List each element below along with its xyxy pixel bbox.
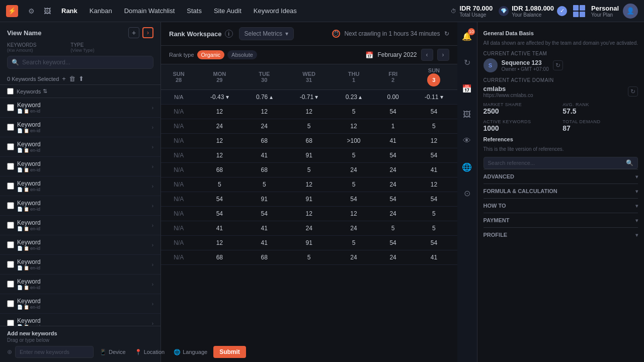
grid-icon[interactable] bbox=[573, 5, 585, 17]
prev-date-button[interactable]: ‹ bbox=[421, 49, 433, 61]
delete-selection-icon[interactable]: 🗑 bbox=[69, 75, 75, 82]
kw-checkbox-9[interactable] bbox=[7, 261, 14, 268]
keyword-row-5[interactable]: Keyword 📄📋en-id › bbox=[0, 176, 160, 196]
right-sidebar: 🔔 10 ↻ 📅 🖼 👁 🌐 ⊙ General Data Basis All … bbox=[457, 22, 644, 362]
kw-arrow-12[interactable]: › bbox=[152, 321, 153, 326]
keyword-row-3[interactable]: Keyword 📄📋en-id › bbox=[0, 137, 160, 157]
kw-name-12: Keyword 📄📋en-id bbox=[17, 317, 149, 326]
keyword-search-bar[interactable]: 🔍 bbox=[7, 56, 153, 69]
reference-search-input[interactable] bbox=[488, 160, 623, 166]
kw-tag-7: 📄📋en-id bbox=[17, 226, 149, 231]
howto-collapsible[interactable]: HOW TO ▾ bbox=[484, 198, 638, 213]
payment-collapsible[interactable]: PAYMENT ▾ bbox=[484, 213, 638, 227]
nav-kanban[interactable]: Kanban bbox=[85, 5, 117, 17]
kw-checkbox-4[interactable] bbox=[7, 163, 14, 170]
kw-checkbox-6[interactable] bbox=[7, 202, 14, 209]
nav-keyword-ideas[interactable]: Keyword Ideas bbox=[249, 5, 302, 17]
formula-chevron: ▾ bbox=[635, 189, 638, 194]
kw-checkbox-7[interactable] bbox=[7, 222, 14, 229]
kw-arrow-11[interactable]: › bbox=[152, 301, 153, 307]
nav-site-audit[interactable]: Site Audit bbox=[209, 5, 247, 17]
profile-collapsible[interactable]: PROFILE ▾ bbox=[484, 227, 638, 242]
current-team-label: CURRENT ACTIVE TEAM bbox=[484, 51, 638, 56]
chevron-down-icon: ▾ bbox=[285, 30, 288, 37]
balance-group: ⏱ IDR 70.000 Total Usage 💎 IDR 1.080.000… bbox=[451, 4, 638, 19]
domain-refresh-button[interactable]: ↻ bbox=[628, 86, 638, 97]
kw-checkbox-10[interactable] bbox=[7, 281, 14, 288]
calendar-right-icon[interactable]: 📅 bbox=[458, 79, 476, 98]
keyword-row-10[interactable]: Keyword 📄📋en-id › bbox=[0, 275, 160, 294]
advanced-collapsible[interactable]: ADVANCED ▾ bbox=[484, 169, 638, 184]
kw-checkbox-12[interactable] bbox=[7, 320, 14, 326]
keyword-row-7[interactable]: Keyword 📄📋en-id › bbox=[0, 216, 160, 235]
keyword-row-11[interactable]: Keyword 📄📋en-id › bbox=[0, 294, 160, 314]
add-selection-icon[interactable]: + bbox=[62, 75, 66, 82]
formula-collapsible[interactable]: FORMULA & CALCULATION ▾ bbox=[484, 184, 638, 198]
next-date-button[interactable]: › bbox=[437, 49, 449, 61]
add-view-button[interactable]: + bbox=[128, 27, 139, 38]
nav-rank[interactable]: Rank bbox=[56, 5, 83, 17]
organic-pill[interactable]: Organic bbox=[197, 50, 225, 59]
kw-checkbox-1[interactable] bbox=[7, 104, 14, 111]
keyword-row-1[interactable]: Keyword 📄📋en-id › bbox=[0, 98, 160, 118]
sort-icon[interactable]: ⇅ bbox=[43, 88, 47, 95]
kw-arrow-2[interactable]: › bbox=[152, 125, 153, 130]
kw-tag-2: 📄📋en-id bbox=[17, 128, 149, 133]
kw-arrow-4[interactable]: › bbox=[152, 164, 153, 169]
keyword-row-8[interactable]: Keyword 📄📋en-id › bbox=[0, 235, 160, 255]
payment-chevron: ▾ bbox=[635, 218, 638, 223]
select-metrics-button[interactable]: Select Metrics ▾ bbox=[239, 27, 294, 40]
add-keywords-bar: Add new keywords Drag or type below ⊕ 📱 … bbox=[0, 326, 160, 362]
keyword-row-9[interactable]: Keyword 📄📋en-id › bbox=[0, 255, 160, 275]
team-refresh-button[interactable]: ↻ bbox=[553, 60, 563, 70]
nav-stats[interactable]: Stats bbox=[182, 5, 207, 17]
kw-checkbox-3[interactable] bbox=[7, 143, 14, 150]
kw-arrow-6[interactable]: › bbox=[152, 203, 153, 209]
keyword-row-2[interactable]: Keyword 📄📋en-id › bbox=[0, 118, 160, 137]
reference-search[interactable]: 🔍 bbox=[484, 157, 638, 169]
delta-4: 0.23 ▴ bbox=[332, 90, 375, 105]
kw-checkbox-11[interactable] bbox=[7, 300, 14, 307]
absolute-pill[interactable]: Absolute bbox=[227, 50, 257, 59]
globe-right-icon[interactable]: 🌐 bbox=[458, 158, 476, 176]
image-right-icon[interactable]: 🖼 bbox=[458, 106, 476, 124]
diamond-icon: 💎 bbox=[499, 6, 509, 16]
select-all-checkbox[interactable] bbox=[7, 88, 14, 95]
right-panel-icons: 🔔 10 ↻ 📅 🖼 👁 🌐 ⊙ bbox=[457, 22, 477, 362]
kw-tag-5: 📄📋en-id bbox=[17, 187, 149, 192]
kw-checkbox-5[interactable] bbox=[7, 183, 14, 190]
kw-arrow-9[interactable]: › bbox=[152, 262, 153, 267]
refresh-crawling-icon[interactable]: ↻ bbox=[444, 30, 449, 37]
kw-name-8: Keyword 📄📋en-id bbox=[17, 239, 149, 251]
device-button[interactable]: 📱 Device bbox=[97, 347, 129, 357]
logo-icon[interactable]: ⚡ bbox=[6, 5, 18, 17]
expand-button[interactable]: › bbox=[142, 27, 153, 38]
selected-bar: 0 Keywords Selected + 🗑 ⬆ bbox=[0, 73, 160, 85]
bell-icon[interactable]: 🔔 10 bbox=[458, 27, 476, 45]
kw-arrow-8[interactable]: › bbox=[152, 242, 153, 248]
keywords-column-header: Keywords ⇅ bbox=[17, 88, 153, 95]
keyword-row-6[interactable]: Keyword 📄📋en-id › bbox=[0, 196, 160, 216]
kw-arrow-5[interactable]: › bbox=[152, 184, 153, 189]
sync-icon[interactable]: ↻ bbox=[458, 53, 476, 71]
team-name: Sequence 123 bbox=[502, 59, 549, 66]
th-day-5: THU1 bbox=[332, 64, 375, 90]
settings-icon[interactable]: ⚙ bbox=[24, 4, 38, 18]
info-icon[interactable]: i bbox=[225, 30, 233, 38]
keyword-row-12[interactable]: Keyword 📄📋en-id › bbox=[0, 314, 160, 326]
nav-domain-watchlist[interactable]: Domain Watchlist bbox=[119, 5, 180, 17]
user-avatar[interactable]: 👤 bbox=[623, 4, 638, 19]
export-selection-icon[interactable]: ⬆ bbox=[78, 75, 84, 82]
kw-checkbox-2[interactable] bbox=[7, 124, 14, 131]
new-keyword-input[interactable] bbox=[15, 346, 94, 358]
search-input[interactable] bbox=[22, 59, 149, 66]
kw-arrow-3[interactable]: › bbox=[152, 144, 153, 150]
kw-arrow-10[interactable]: › bbox=[152, 282, 153, 287]
eye-right-icon[interactable]: 👁 bbox=[458, 132, 476, 150]
kw-arrow-7[interactable]: › bbox=[152, 223, 153, 228]
toggle-right-icon[interactable]: ⊙ bbox=[458, 184, 476, 202]
image-nav-icon[interactable]: 🖼 bbox=[40, 4, 54, 18]
kw-checkbox-8[interactable] bbox=[7, 241, 14, 248]
kw-arrow-1[interactable]: › bbox=[152, 105, 153, 111]
keyword-row-4[interactable]: Keyword 📄📋en-id › bbox=[0, 157, 160, 176]
